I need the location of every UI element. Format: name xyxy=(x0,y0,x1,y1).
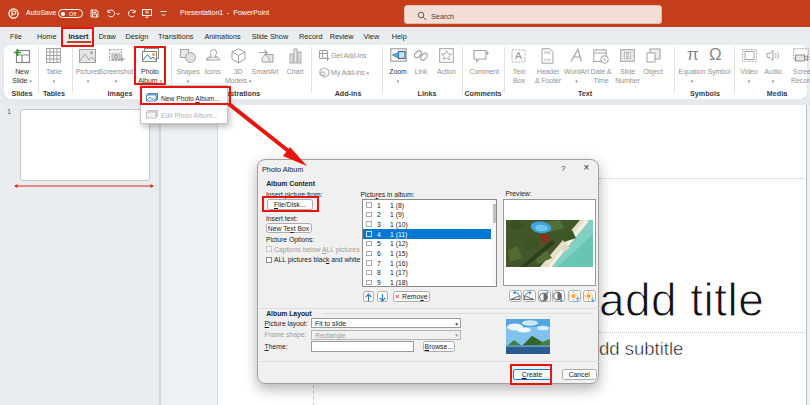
svg-text:dd subtitle: dd subtitle xyxy=(599,338,683,359)
svg-text:add title: add title xyxy=(599,274,764,326)
